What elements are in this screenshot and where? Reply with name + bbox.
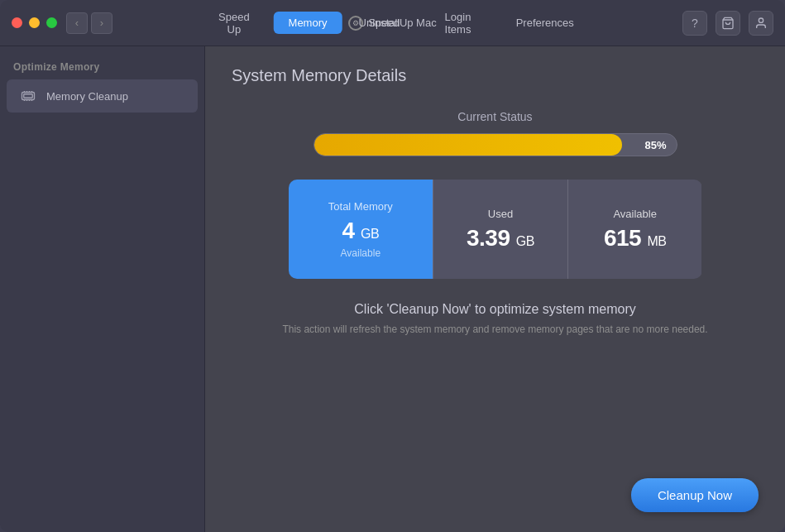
sidebar-item-label: Memory Cleanup xyxy=(46,90,128,103)
info-main-text: Click 'Cleanup Now' to optimize system m… xyxy=(232,302,759,317)
user-button[interactable] xyxy=(749,11,773,36)
progress-bar-container: 85% xyxy=(314,133,677,156)
cart-button[interactable] xyxy=(716,11,740,36)
maximize-button[interactable] xyxy=(46,17,57,28)
total-label: Total Memory xyxy=(328,200,393,213)
tab-login-items[interactable]: Login Items xyxy=(416,6,499,41)
tab-memory[interactable]: Memory xyxy=(274,12,342,34)
stat-box-used: Used 3.39 GB xyxy=(433,180,567,279)
info-sub-text: This action will refresh the system memo… xyxy=(232,324,759,335)
memory-stats: Total Memory 4 GB Available Used 3.39 GB… xyxy=(289,180,702,279)
main-layout: Optimize Memory Memory Cleanup System Me… xyxy=(0,46,785,532)
main-nav: Speed Up Memory Uninstall Login Items Pr… xyxy=(196,6,589,41)
used-label: Used xyxy=(488,208,513,220)
available-label: Available xyxy=(613,208,657,220)
status-label: Current Status xyxy=(232,110,759,123)
titlebar: ‹ › ⚙ SpeedUp Mac Speed Up Memory Uninst… xyxy=(0,0,785,46)
content-area: System Memory Details Current Status 85%… xyxy=(205,46,785,532)
svg-point-1 xyxy=(759,18,763,22)
memory-cleanup-icon xyxy=(20,88,36,104)
total-sublabel: Available xyxy=(341,247,381,259)
titlebar-actions: ? xyxy=(682,11,773,36)
tab-uninstall[interactable]: Uninstall xyxy=(344,12,415,34)
used-value: 3.39 GB xyxy=(467,225,534,252)
forward-button[interactable]: › xyxy=(91,12,112,34)
svg-rect-3 xyxy=(24,94,33,98)
progress-bar-label: 85% xyxy=(644,139,666,151)
help-button[interactable]: ? xyxy=(682,11,707,36)
sidebar-item-memory-cleanup[interactable]: Memory Cleanup xyxy=(7,79,198,113)
status-section: Current Status 85% xyxy=(232,110,759,156)
close-button[interactable] xyxy=(12,17,22,28)
sidebar-section-header: Optimize Memory xyxy=(0,55,204,78)
progress-bar-fill xyxy=(314,134,622,156)
available-value: 615 MB xyxy=(604,225,667,252)
total-value: 4 GB xyxy=(342,218,379,244)
tab-speedup[interactable]: Speed Up xyxy=(196,6,271,41)
back-button[interactable]: ‹ xyxy=(66,12,88,34)
sidebar: Optimize Memory Memory Cleanup xyxy=(0,46,205,532)
info-section: Click 'Cleanup Now' to optimize system m… xyxy=(232,302,759,335)
minimize-button[interactable] xyxy=(29,17,40,28)
stat-box-total: Total Memory 4 GB Available xyxy=(289,180,433,279)
cleanup-now-button[interactable]: Cleanup Now xyxy=(631,478,759,512)
window-controls xyxy=(12,17,57,28)
content-footer: Cleanup Now xyxy=(232,465,759,512)
tab-preferences[interactable]: Preferences xyxy=(501,12,589,34)
page-title: System Memory Details xyxy=(232,66,759,85)
stat-box-available: Available 615 MB xyxy=(568,180,702,279)
nav-arrows: ‹ › xyxy=(66,12,112,34)
